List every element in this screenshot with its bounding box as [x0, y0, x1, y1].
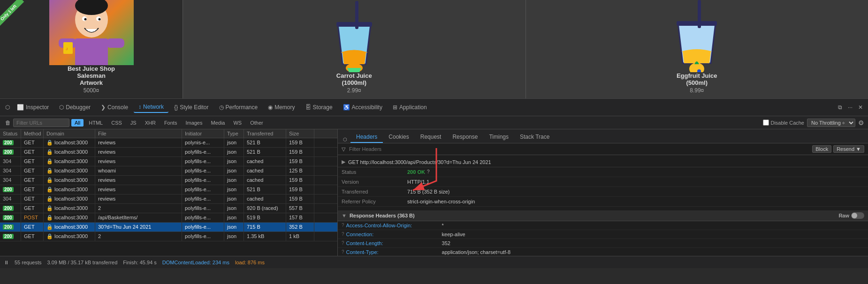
- row-initiator: polyfills-e...: [182, 166, 224, 175]
- transferred-label: Transferred: [342, 189, 407, 194]
- pause-icon[interactable]: ⏸: [4, 260, 9, 265]
- product-card-salesman[interactable]: Only 1 left: [0, 0, 183, 98]
- table-row[interactable]: 304 GET 🔒 localhost:3000 reviews polyfil…: [0, 194, 337, 204]
- filter-js[interactable]: JS: [127, 119, 140, 127]
- row-domain: 🔒 localhost:3000: [44, 194, 95, 203]
- expand-arrow-icon[interactable]: ▶: [342, 159, 345, 165]
- row-initiator: polyfills-e...: [182, 157, 224, 166]
- filter-html[interactable]: HTML: [85, 119, 106, 127]
- details-tab-response[interactable]: Response: [447, 132, 483, 143]
- header-value: 352: [442, 240, 450, 246]
- details-tab-request[interactable]: Request: [415, 132, 447, 143]
- tab-memory[interactable]: ◉ Memory: [263, 102, 299, 112]
- details-tab-timings[interactable]: Timings: [483, 132, 514, 143]
- product-image-salesman: Only 1 left: [0, 0, 183, 65]
- header-name: Connection:: [346, 232, 440, 237]
- row-initiator: polyfills-e...: [182, 176, 224, 185]
- tab-network-label: Network: [143, 104, 164, 110]
- network-icon: ↕: [138, 104, 141, 110]
- tab-network[interactable]: ↕ Network: [134, 102, 168, 113]
- filter-headers-input[interactable]: [349, 146, 808, 152]
- tab-console[interactable]: ❯ Console: [96, 102, 133, 112]
- table-row-selected[interactable]: 200 GET 🔒 localhost:3000 30?d=Thu Jun 24…: [0, 223, 337, 232]
- table-row[interactable]: 200 GET 🔒 localhost:3000 reviews polynis…: [0, 138, 337, 148]
- devtools-toolbar: ⬡ ⬜ Inspector ⬡ Debugger ❯ Console ↕ Net…: [0, 98, 868, 116]
- filter-other[interactable]: Other: [247, 119, 266, 127]
- url-filter-input[interactable]: [13, 119, 69, 127]
- throttle-select[interactable]: No Throttling ÷: [807, 119, 855, 127]
- tab-style-editor[interactable]: {} Style Editor: [169, 102, 213, 112]
- tab-application[interactable]: ⊞ Application: [388, 102, 432, 112]
- filter-headers-bar: ▽ Block Resend ▼: [338, 143, 868, 155]
- disable-cache-checkbox[interactable]: [763, 120, 769, 126]
- block-button[interactable]: Block: [812, 145, 831, 153]
- row-transferred: 1.35 kB: [244, 232, 286, 241]
- header-entry-content-length: ? Content-Length: 352: [338, 239, 868, 248]
- row-type: json: [224, 148, 244, 157]
- row-type: json: [224, 157, 244, 166]
- filter-css[interactable]: CSS: [108, 119, 125, 127]
- disable-cache-label: Disable Cache: [763, 120, 804, 126]
- version-label: Version: [342, 179, 407, 185]
- filter-headers-icon: ▽: [342, 146, 345, 152]
- details-tab-cookies[interactable]: Cookies: [383, 132, 414, 143]
- filter-all[interactable]: All: [71, 119, 84, 127]
- table-row[interactable]: 304 GET 🔒 localhost:3000 reviews polyfil…: [0, 176, 337, 185]
- table-row[interactable]: 200 GET 🔒 localhost:3000 reviews polyfil…: [0, 185, 337, 194]
- section-expand-icon[interactable]: ▼: [342, 213, 347, 218]
- table-row[interactable]: 200 GET 🔒 localhost:3000 reviews polyfil…: [0, 148, 337, 157]
- filter-ws[interactable]: WS: [230, 119, 245, 127]
- header-type: Type: [224, 129, 244, 138]
- memory-icon: ◉: [268, 104, 273, 111]
- details-tab-headers[interactable]: Headers: [350, 132, 383, 143]
- row-file: 30?d=Thu Jun 24 2021: [95, 223, 182, 232]
- clear-btn[interactable]: 🗑: [4, 119, 12, 127]
- row-method: GET: [21, 166, 44, 175]
- row-status: 200: [0, 148, 21, 157]
- table-row[interactable]: 304 GET 🔒 localhost:3000 reviews polyfil…: [0, 157, 337, 166]
- row-file: 2: [95, 204, 182, 213]
- tab-accessibility[interactable]: ♿ Accessibility: [338, 102, 387, 112]
- table-row[interactable]: 200 GET 🔒 localhost:3000 2 polyfills-e..…: [0, 204, 337, 213]
- row-file: 2: [95, 232, 182, 241]
- filter-xhr[interactable]: XHR: [142, 119, 159, 127]
- network-settings-btn[interactable]: ⚙: [858, 119, 864, 127]
- product-card-carrot[interactable]: Carrot Juice(1000ml) 2.99¤: [183, 0, 526, 98]
- response-headers-label: Response Headers (363 B): [350, 213, 415, 218]
- filter-images[interactable]: Images: [182, 119, 206, 127]
- row-initiator: polyfills-e...: [182, 232, 224, 241]
- table-row[interactable]: 200 POST 🔒 localhost:3000 /api/BasketIte…: [0, 213, 337, 223]
- row-type: json: [224, 213, 244, 222]
- tab-style-editor-label: Style Editor: [180, 104, 208, 111]
- resend-button[interactable]: Resend ▼: [833, 145, 864, 153]
- network-table-body: 200 GET 🔒 localhost:3000 reviews polynis…: [0, 138, 337, 256]
- dock-icon[interactable]: ⧉: [837, 103, 844, 112]
- details-tab-stack-trace[interactable]: Stack Trace: [514, 132, 555, 143]
- raw-toggle-switch[interactable]: [851, 212, 864, 219]
- details-panel-icon[interactable]: ⬡: [342, 136, 349, 143]
- section-header-left: ▼ Response Headers (363 B): [342, 213, 415, 218]
- row-initiator: polynis-e...: [182, 138, 224, 147]
- network-table-header: Status Method Domain File Initiator Type…: [0, 129, 337, 138]
- row-transferred: cached: [244, 157, 286, 166]
- svg-rect-10: [63, 42, 73, 54]
- more-options-icon[interactable]: ···: [846, 103, 854, 112]
- row-method: GET: [21, 194, 44, 203]
- tab-memory-label: Memory: [274, 104, 295, 111]
- filter-fonts[interactable]: Fonts: [161, 119, 181, 127]
- row-file: whoami: [95, 166, 182, 175]
- svg-text:J: J: [66, 47, 68, 51]
- filter-media[interactable]: Media: [207, 119, 228, 127]
- close-devtools-btn[interactable]: ✕: [857, 103, 864, 112]
- panel-options-btn[interactable]: ⬡: [4, 103, 11, 112]
- row-size: 159 B: [286, 176, 314, 185]
- tab-performance[interactable]: ◷ Performance: [214, 102, 263, 112]
- network-toolbar-right: Disable Cache No Throttling ÷ ⚙: [763, 119, 864, 127]
- table-row[interactable]: 200 GET 🔒 localhost:3000 2 polyfills-e..…: [0, 232, 337, 241]
- tab-inspector[interactable]: ⬜ Inspector: [12, 102, 53, 112]
- table-row[interactable]: 304 GET 🔒 localhost:3000 whoami polyfill…: [0, 166, 337, 176]
- tab-debugger[interactable]: ⬡ Debugger: [54, 102, 95, 112]
- tab-storage[interactable]: 🗄 Storage: [301, 102, 337, 112]
- application-icon: ⊞: [393, 104, 397, 111]
- product-card-eggfruit[interactable]: Eggfruit Juice(500ml) 8.99¤: [526, 0, 868, 98]
